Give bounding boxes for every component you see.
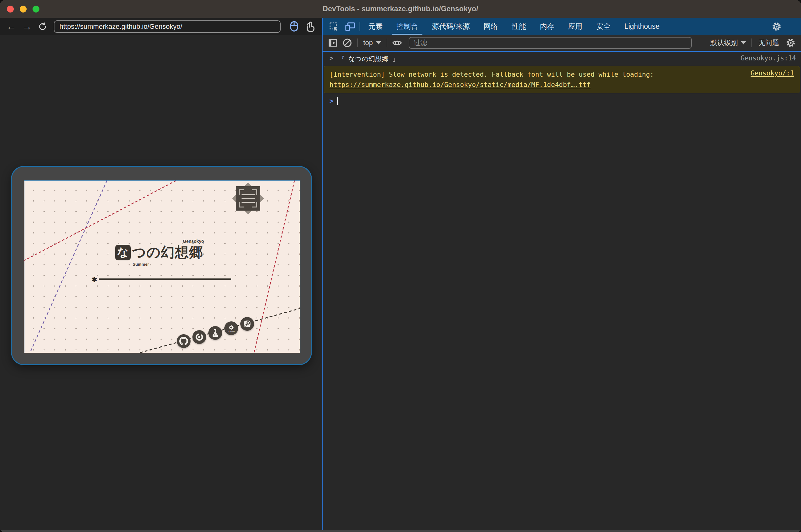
tab-sources[interactable]: 源代码/来源 bbox=[425, 18, 477, 35]
page-viewport: Gensōkyō な つの幻想郷 Summer ✱ bbox=[24, 180, 300, 353]
browser-toolbar: ← → bbox=[0, 18, 322, 35]
logo-subscript: Summer bbox=[133, 262, 149, 267]
tab-console[interactable]: 控制台 bbox=[389, 18, 425, 35]
huawei-link[interactable]: HUAWEI bbox=[224, 321, 238, 335]
disc-link[interactable] bbox=[192, 330, 206, 344]
maximize-window-button[interactable] bbox=[33, 6, 39, 13]
title-bar: DevTools - summerkaze.github.io/Gensokyo… bbox=[0, 0, 801, 18]
bracket-corner bbox=[239, 189, 244, 195]
close-window-button[interactable] bbox=[7, 6, 14, 13]
menu-button[interactable] bbox=[236, 186, 260, 211]
devtools-pane: 元素 控制台 源代码/来源 网络 性能 内存 应用 安全 Lighthouse bbox=[323, 18, 801, 530]
toggle-device-toolbar-button[interactable] bbox=[342, 18, 358, 35]
bracket-corner bbox=[252, 189, 257, 195]
asterisk-decoration: ✱ bbox=[91, 276, 97, 284]
device-frame: Gensōkyō な つの幻想郷 Summer ✱ bbox=[11, 166, 312, 365]
text-caret bbox=[337, 97, 338, 105]
back-button[interactable]: ← bbox=[4, 20, 18, 34]
devtools-settings-button[interactable] bbox=[768, 22, 785, 31]
logo-superscript: Gensōkyō bbox=[183, 239, 204, 244]
steam-icon bbox=[243, 320, 252, 328]
touch-cursor-toggle[interactable] bbox=[303, 20, 318, 34]
flask-icon bbox=[211, 328, 220, 337]
inspect-element-button[interactable] bbox=[326, 18, 342, 35]
bracket-corner bbox=[252, 202, 257, 208]
sidebar-toggle-icon bbox=[328, 39, 337, 47]
browser-pane: ← → bbox=[0, 18, 322, 530]
tab-elements[interactable]: 元素 bbox=[361, 18, 389, 35]
gear-icon bbox=[786, 38, 795, 48]
prompt-chevron-icon: > bbox=[329, 97, 333, 105]
logo-block-character: な bbox=[115, 245, 131, 260]
log-source-link[interactable]: Gensokyo.js:14 bbox=[741, 54, 796, 62]
clear-console-icon bbox=[343, 38, 352, 48]
devtools-tab-bar: 元素 控制台 源代码/来源 网络 性能 内存 应用 安全 Lighthouse bbox=[323, 18, 801, 35]
devtools-window: DevTools - summerkaze.github.io/Gensokyo… bbox=[0, 0, 801, 532]
console-log-row: > 『 なつの幻想郷 』 Gensokyo.js:14 bbox=[323, 52, 801, 66]
toolbar-separator bbox=[387, 38, 387, 47]
console-messages: > 『 なつの幻想郷 』 Gensokyo.js:14 [Interventio… bbox=[323, 52, 801, 108]
log-levels-dropdown[interactable]: 默认级别 bbox=[708, 38, 748, 48]
mouse-icon bbox=[289, 20, 300, 33]
toolbar-separator bbox=[751, 38, 751, 47]
inspect-icon bbox=[329, 22, 339, 31]
logo-main-text: つの幻想郷 bbox=[132, 243, 203, 262]
flask-link[interactable] bbox=[208, 326, 222, 340]
huawei-label: HUAWEI bbox=[228, 330, 235, 332]
console-filter-input[interactable] bbox=[408, 37, 692, 49]
live-expression-button[interactable] bbox=[390, 37, 404, 49]
window-bottom-edge bbox=[0, 530, 801, 532]
warning-source-link[interactable]: Gensokyo/:1 bbox=[751, 70, 794, 77]
tab-lighthouse[interactable]: Lighthouse bbox=[617, 18, 666, 35]
chevron-down-icon bbox=[376, 41, 381, 44]
disc-icon bbox=[195, 332, 204, 341]
javascript-context-dropdown[interactable]: top bbox=[360, 39, 384, 47]
device-toolbar-icon bbox=[345, 22, 355, 31]
devtools-menu-button[interactable] bbox=[787, 24, 798, 30]
toolbar-separator bbox=[357, 38, 358, 47]
tab-memory[interactable]: 内存 bbox=[533, 18, 561, 35]
minimize-window-button[interactable] bbox=[20, 6, 26, 13]
issues-counter[interactable]: 无问题 bbox=[754, 38, 783, 48]
window-title: DevTools - summerkaze.github.io/Gensokyo… bbox=[323, 5, 478, 13]
warning-url-link[interactable]: https://summerkaze.github.io/Gensokyo/st… bbox=[329, 81, 590, 89]
tab-security[interactable]: 安全 bbox=[589, 18, 617, 35]
console-toolbar: top 默认级别 无问题 bbox=[323, 35, 801, 52]
toolbar-separator bbox=[360, 22, 360, 31]
warning-text: [Intervention] Slow network is detected.… bbox=[329, 71, 654, 78]
console-prompt[interactable]: > bbox=[323, 93, 801, 108]
log-chevron: > bbox=[329, 54, 333, 62]
url-bar[interactable] bbox=[54, 20, 281, 33]
console-sidebar-toggle[interactable] bbox=[326, 37, 340, 49]
logo-divider: ✱ bbox=[91, 276, 235, 283]
github-link[interactable] bbox=[177, 334, 191, 348]
bracket-corner bbox=[239, 202, 244, 208]
github-icon bbox=[179, 337, 188, 345]
touch-icon bbox=[305, 20, 316, 33]
reload-button[interactable] bbox=[36, 20, 50, 34]
tab-application[interactable]: 应用 bbox=[561, 18, 589, 35]
steam-link[interactable] bbox=[240, 317, 254, 331]
tab-network[interactable]: 网络 bbox=[477, 18, 505, 35]
mouse-cursor-toggle[interactable] bbox=[287, 20, 301, 34]
eye-icon bbox=[392, 38, 402, 47]
context-label: top bbox=[363, 39, 373, 47]
huawei-icon: HUAWEI bbox=[227, 324, 236, 333]
chevron-down-icon bbox=[741, 41, 746, 44]
levels-label: 默认级别 bbox=[710, 38, 738, 48]
console-settings-button[interactable] bbox=[783, 37, 798, 49]
reload-icon bbox=[38, 22, 47, 31]
tab-performance[interactable]: 性能 bbox=[505, 18, 533, 35]
clear-console-button[interactable] bbox=[340, 37, 355, 49]
traffic-lights bbox=[0, 0, 39, 18]
log-text: 『 なつの幻想郷 』 bbox=[338, 54, 735, 63]
forward-button[interactable]: → bbox=[20, 20, 34, 34]
site-logo: Gensōkyō な つの幻想郷 Summer bbox=[115, 243, 209, 262]
gear-icon bbox=[772, 22, 781, 31]
console-warning-row: [Intervention] Slow network is detected.… bbox=[324, 66, 800, 93]
divider-line bbox=[99, 278, 231, 280]
